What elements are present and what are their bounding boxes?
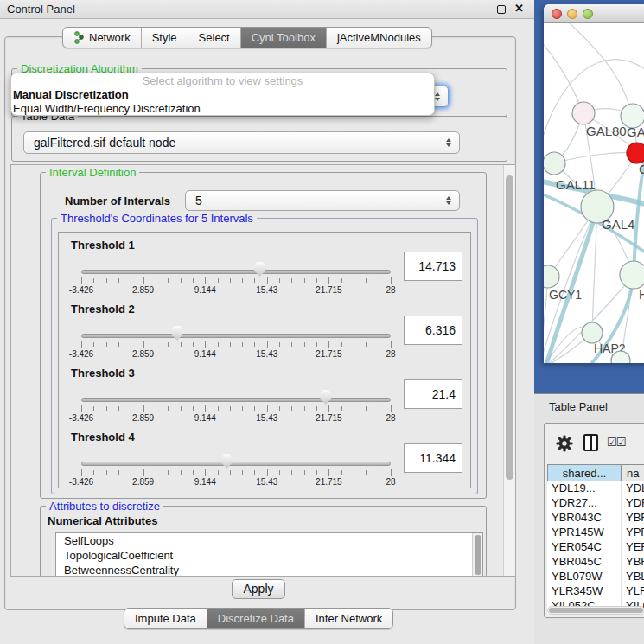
threshold-slider-track[interactable]	[81, 270, 391, 274]
minimize-traffic-light-icon[interactable]	[567, 9, 577, 19]
slider-tick	[391, 277, 392, 284]
bottom-tab-label: Discretize Data	[218, 612, 294, 625]
slider-tick	[354, 278, 354, 283]
slider-tick	[193, 470, 194, 475]
tab-label: Style	[152, 31, 177, 44]
threshold-slider-thumb[interactable]	[319, 389, 332, 405]
table-row[interactable]: YBR045CYBR0	[547, 555, 644, 570]
table-row[interactable]: YPR145WYPR1	[547, 526, 644, 540]
slider-tick	[291, 342, 292, 347]
table-row[interactable]: YLR345WYLR3	[547, 584, 644, 599]
interval-definition-group-title: Interval Definition	[46, 166, 139, 179]
popup-option-manual-discretization[interactable]: Manual Discretization	[11, 88, 434, 102]
tab-select[interactable]: Select	[188, 28, 241, 48]
slider-tick	[279, 278, 280, 283]
threshold-value-field[interactable]: 14.713	[404, 252, 462, 281]
gear-icon[interactable]	[556, 435, 573, 452]
tab-cyni-toolbox[interactable]: Cyni Toolbox	[241, 28, 327, 48]
zoom-traffic-light-icon[interactable]	[583, 9, 593, 19]
slider-tick	[242, 278, 243, 283]
network-node-gal80[interactable]	[572, 102, 595, 124]
slider-tick	[218, 470, 219, 475]
threshold-slider-thumb[interactable]	[220, 453, 233, 469]
threshold-value-field[interactable]: 21.4	[404, 379, 462, 409]
table-row[interactable]: YDL19...YDL1	[547, 481, 644, 496]
bottom-tab-impute-data[interactable]: Impute Data	[124, 609, 207, 628]
table-row[interactable]: YDR27...YDR2	[547, 496, 644, 511]
bottom-tab-discretize-data[interactable]: Discretize Data	[207, 609, 305, 628]
table-horizontal-scrollbar[interactable]	[547, 606, 644, 615]
slider-tick	[391, 341, 392, 348]
checkbox-filter-icons[interactable]: ☑☑	[607, 436, 625, 449]
slider-tick-label: 28	[386, 285, 395, 295]
threshold-slider-track[interactable]	[81, 334, 391, 338]
slider-tick	[106, 470, 107, 475]
slider-tick	[291, 278, 292, 283]
slider-tick	[156, 406, 156, 411]
table-cell-shared-name: YPR145W	[547, 526, 622, 540]
table-cell-name: YLR3	[622, 584, 644, 599]
network-node-label: C	[639, 162, 644, 176]
table-row[interactable]: YBR043CYBR0	[547, 511, 644, 526]
slider-tick	[267, 405, 268, 412]
main-scrollbar[interactable]	[503, 165, 515, 576]
thresholds-group-title: Threshold's Coordinates for 5 Intervals	[57, 212, 257, 225]
slider-tick-label: 9.144	[194, 349, 216, 359]
attribute-list-item[interactable]: TopologicalCoefficient	[56, 548, 482, 563]
threshold-slider-thumb[interactable]	[253, 261, 266, 277]
column-header-shared-name[interactable]: shared...	[547, 464, 622, 481]
num-intervals-spinner[interactable]: 5	[185, 190, 460, 211]
slider-tick	[106, 406, 107, 411]
attributes-group-title: Attributes to discretize	[46, 500, 163, 513]
threshold-value-field[interactable]: 6.316	[404, 316, 462, 345]
slider-tick	[131, 342, 131, 347]
main-scrollbar-thumb[interactable]	[506, 175, 513, 480]
apply-button[interactable]: Apply	[232, 579, 285, 599]
tab-jactivemnodules[interactable]: jActiveMNodules	[327, 28, 431, 48]
slider-tick-label: 2.859	[132, 349, 154, 359]
numerical-attributes-list[interactable]: SelfLoopsTopologicalCoefficientBetweenne…	[55, 532, 483, 577]
attribute-list-item[interactable]: BetweennessCentrality	[56, 563, 482, 577]
tab-label: Cyni Toolbox	[252, 31, 316, 44]
slider-tick	[181, 406, 182, 411]
attributes-group: Attributes to discretize Numerical Attri…	[40, 506, 487, 577]
slider-tick	[291, 406, 292, 411]
control-panel: Control Panel ✕ Discretization Algorithm…	[0, 0, 534, 644]
list-scrollbar[interactable]	[472, 533, 482, 577]
threshold-slider-track[interactable]	[81, 398, 391, 402]
slider-tick	[131, 278, 131, 283]
table-row[interactable]: YER054CYER0	[547, 540, 644, 555]
network-edge	[554, 153, 637, 164]
slider-tick	[193, 406, 194, 411]
network-node-gal11[interactable]	[544, 152, 565, 175]
threshold-slider-thumb[interactable]	[170, 325, 183, 341]
slider-tick	[168, 342, 169, 347]
tab-style[interactable]: Style	[142, 28, 188, 48]
threshold-row-2: Threshold 2-3.4262.8599.14415.4321.71528…	[58, 296, 471, 360]
close-traffic-light-icon[interactable]	[552, 9, 562, 19]
table-cell-shared-name: YBR043C	[547, 511, 622, 526]
table-toolbar: ☑☑	[545, 424, 644, 464]
table-row[interactable]: YBL079WYBL0	[547, 570, 644, 584]
split-columns-icon[interactable]	[583, 434, 598, 451]
close-icon[interactable]: ✕	[514, 2, 524, 15]
slider-tick-label: 9.144	[194, 285, 216, 295]
network-canvas[interactable]: GAL80GACGAL11GAL4GCY1HHAP2	[544, 23, 644, 363]
float-window-icon[interactable]	[497, 5, 506, 14]
table-cell-shared-name: YER054C	[547, 540, 622, 555]
popup-option-equal-width-frequency[interactable]: Equal Width/Frequency Discretization	[11, 102, 434, 116]
slider-tick	[168, 278, 169, 283]
attribute-list-item[interactable]: SelfLoops	[56, 533, 482, 548]
bottom-tab-infer-network[interactable]: Infer Network	[305, 609, 392, 628]
network-node-h[interactable]	[620, 261, 644, 289]
network-node-hap2[interactable]	[582, 322, 603, 343]
threshold-value-field[interactable]: 11.344	[404, 443, 462, 473]
network-node-gcy1[interactable]	[544, 265, 559, 288]
table-data-select[interactable]: galFiltered.sif default node	[23, 131, 460, 154]
threshold-slider-track[interactable]	[81, 462, 391, 466]
slider-tick-label: -3.426	[69, 285, 93, 295]
network-node-c[interactable]	[627, 143, 644, 163]
column-header-name[interactable]: na	[622, 464, 644, 481]
slider-tick-label: 21.715	[316, 349, 342, 359]
tab-network[interactable]: Network	[63, 28, 142, 48]
